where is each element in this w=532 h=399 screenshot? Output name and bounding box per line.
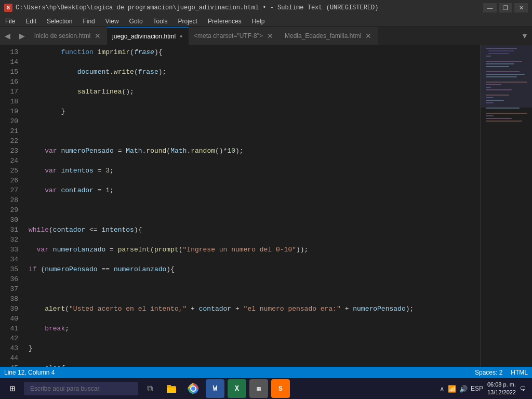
system-tray: ∧ 📶 🔊 ESP 06:08 p. m. 13/12/2022 🗨 [440,381,530,397]
editor-area: 1314151617 1819202122 2324252627 2829303… [0,45,532,367]
code-container[interactable]: 1314151617 1819202122 2324252627 2829303… [0,45,480,367]
maximize-button[interactable]: ❐ [499,3,512,12]
title-bar-left: S C:\Users\hp\Desktop\Logica de programa… [4,4,379,12]
show-hidden-icon[interactable]: ∧ [440,385,445,393]
title-bar-controls[interactable]: — ❐ ✕ [483,3,528,12]
tab-bar: ◀ ▶ inicio de sesion.html ✕ juego_adivin… [0,27,532,45]
chrome-icon[interactable] [184,379,203,398]
menu-tools[interactable]: Tools [148,17,173,26]
task-view-button[interactable]: ⧉ [140,379,159,398]
tab-close-icon[interactable]: ✕ [94,32,102,39]
svg-point-30 [191,387,195,391]
menu-help[interactable]: Help [247,17,270,26]
tab-label: <meta charset="UTF-8"> [194,32,263,39]
tab-label: juego_adivinacion.html [112,33,176,40]
tab-close-icon[interactable]: • [179,33,183,40]
windows-icon: ⊞ [10,383,16,394]
svg-rect-27 [167,385,171,387]
line-numbers: 1314151617 1819202122 2324252627 2829303… [0,45,23,367]
clock[interactable]: 06:08 p. m. 13/12/2022 [487,381,516,397]
notification-icon[interactable]: 🗨 [520,385,526,392]
tab-overflow-button[interactable]: ▼ [517,27,532,45]
app-icon-1[interactable]: ▦ [249,379,268,398]
menu-goto[interactable]: Goto [124,17,148,26]
status-bar: Line 12, Column 4 Spaces: 2 HTML [0,367,532,378]
svg-rect-19 [486,108,520,109]
start-button[interactable]: ⊞ [2,378,23,399]
spaces-info: Spaces: 2 [475,369,502,376]
tab-label: inicio de sesion.html [34,32,90,39]
title-text: C:\Users\hp\Desktop\Logica de programaci… [16,4,379,11]
tab-inicio-sesion[interactable]: inicio de sesion.html ✕ [29,27,107,45]
language-indicator: ESP [471,385,483,392]
minimap [480,45,532,367]
status-right: Spaces: 2 HTML [475,369,528,376]
tab-nav-left[interactable]: ◀ [0,27,15,45]
file-explorer-icon[interactable] [162,379,181,398]
menu-view[interactable]: View [100,17,124,26]
app-icon: S [4,4,12,12]
tab-media-edades[interactable]: Media_Edades_familia.html ✕ [280,27,378,45]
close-button[interactable]: ✕ [514,3,528,12]
minimap-svg [481,45,532,367]
cursor-position: Line 12, Column 4 [4,369,55,376]
network-icon[interactable]: 📶 [448,385,456,393]
tray-icons: ∧ 📶 🔊 ESP [440,385,483,393]
volume-icon[interactable]: 🔊 [459,385,468,393]
date-display: 13/12/2022 [487,389,516,396]
menu-edit[interactable]: Edit [20,17,42,26]
svg-rect-26 [167,388,176,393]
svg-rect-24 [481,45,532,108]
menu-bar: File Edit Selection Find View Goto Tools… [0,16,532,27]
excel-icon[interactable]: X [228,379,246,398]
tab-nav-right[interactable]: ▶ [15,27,29,45]
time-display: 06:08 p. m. [487,381,516,389]
menu-selection[interactable]: Selection [42,17,77,26]
search-input[interactable] [24,382,138,395]
tab-close-icon[interactable]: ✕ [266,32,274,39]
svg-rect-20 [486,113,527,114]
title-bar: S C:\Users\hp\Desktop\Logica de programa… [0,0,532,16]
minimize-button[interactable]: — [483,3,497,12]
tab-label: Media_Edades_familia.html [285,32,361,39]
menu-preferences[interactable]: Preferences [203,17,247,26]
menu-file[interactable]: File [0,17,20,26]
tab-juego-adivinacion[interactable]: juego_adivinacion.html • [107,27,189,45]
tab-meta-charset[interactable]: <meta charset="UTF-8"> ✕ [189,27,280,45]
svg-rect-21 [486,115,494,116]
menu-project[interactable]: Project [173,17,203,26]
sublime-text-icon[interactable]: S [271,379,290,398]
svg-rect-23 [486,121,522,122]
code-editor[interactable]: function imprimir(frase){ document.write… [23,45,480,367]
svg-rect-22 [486,118,512,119]
word-icon[interactable]: W [206,379,224,398]
tab-close-icon[interactable]: ✕ [364,32,373,39]
menu-find[interactable]: Find [77,17,100,26]
taskbar: ⊞ ⧉ W X ▦ S ∧ 📶 🔊 E [0,378,532,399]
language-info: HTML [511,369,528,376]
